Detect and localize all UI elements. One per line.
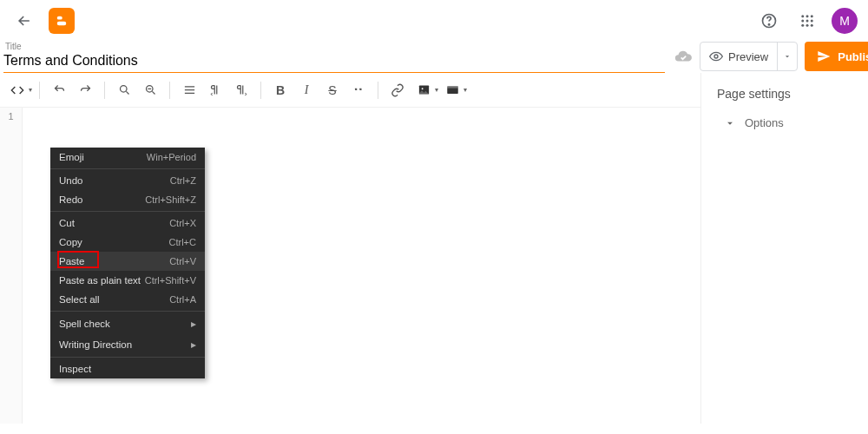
quote-button[interactable] — [346, 78, 371, 102]
preview-button[interactable]: Preview — [700, 43, 778, 70]
bold-button[interactable]: B — [268, 78, 293, 102]
context-menu-label: Cut — [59, 218, 75, 228]
svg-point-12 — [811, 24, 813, 27]
context-menu-item[interactable]: Paste as plain textCtrl+Shift+V — [50, 271, 205, 290]
context-menu-item[interactable]: CutCtrl+X — [50, 214, 205, 233]
align-icon — [183, 83, 196, 96]
image-button[interactable] — [411, 78, 436, 102]
context-menu-shortcut: Ctrl+A — [169, 294, 196, 305]
paragraph-ltr-icon — [209, 83, 222, 96]
svg-point-17 — [421, 88, 423, 89]
zoom-icon — [118, 83, 131, 96]
code-view-button[interactable] — [5, 78, 30, 102]
context-menu-label: Writing Direction — [59, 339, 132, 350]
context-menu-separator — [50, 311, 205, 312]
context-menu-item[interactable]: PasteCtrl+V — [50, 252, 205, 271]
context-menu-item[interactable]: Inspect — [50, 359, 205, 378]
sidebar-title: Page settings — [717, 87, 852, 101]
submenu-arrow-icon: ▸ — [191, 318, 196, 330]
context-menu-label: Copy — [59, 237, 82, 247]
title-input[interactable] — [3, 51, 665, 73]
chevron-down-icon: ▾ — [435, 86, 438, 94]
svg-point-7 — [801, 20, 804, 23]
svg-point-9 — [811, 20, 813, 23]
context-menu-item[interactable]: Select allCtrl+A — [50, 290, 205, 309]
title-label: Title — [3, 42, 665, 51]
svg-rect-19 — [447, 86, 458, 89]
chevron-down-icon — [783, 52, 792, 61]
context-menu-item[interactable]: CopyCtrl+C — [50, 233, 205, 252]
context-menu-item[interactable]: RedoCtrl+Shift+Z — [50, 190, 205, 209]
context-menu-label: Inspect — [59, 364, 91, 374]
zoom-reset-icon — [144, 83, 157, 96]
svg-point-14 — [120, 86, 127, 93]
context-menu-item[interactable]: EmojiWin+Period — [50, 148, 205, 167]
svg-rect-0 — [57, 16, 62, 20]
context-menu-shortcut: Ctrl+X — [169, 218, 196, 228]
video-icon — [446, 83, 459, 96]
context-menu-label: Emoji — [59, 152, 84, 162]
undo-button[interactable] — [47, 78, 71, 102]
align-button[interactable] — [177, 78, 201, 102]
context-menu-label: Redo — [59, 194, 83, 205]
editor-toolbar: ▾ B I S ▾ ▾ — [0, 73, 700, 108]
chevron-down-icon: ▾ — [29, 86, 32, 94]
redo-icon — [79, 83, 92, 96]
chevron-down-icon: ▾ — [464, 86, 467, 94]
blogger-logo — [49, 8, 75, 34]
rtl-button[interactable] — [229, 78, 253, 102]
video-button[interactable] — [440, 78, 464, 102]
zoom-in-button[interactable] — [112, 78, 136, 102]
preview-label: Preview — [728, 50, 768, 63]
undo-icon — [53, 83, 66, 96]
italic-button[interactable]: I — [294, 78, 319, 102]
avatar-letter: M — [839, 14, 850, 28]
submenu-arrow-icon: ▸ — [191, 339, 196, 351]
sidebar-options-toggle[interactable]: Options — [717, 116, 852, 129]
link-button[interactable] — [385, 78, 410, 102]
link-icon — [391, 83, 404, 97]
strike-icon: S — [328, 83, 336, 97]
context-menu-label: Paste — [59, 256, 84, 266]
svg-point-13 — [714, 55, 718, 58]
context-menu-shortcut: Win+Period — [147, 152, 196, 162]
send-icon — [817, 49, 831, 63]
cloud-done-icon — [674, 47, 693, 66]
image-icon — [418, 83, 431, 96]
code-icon — [10, 83, 24, 97]
svg-point-11 — [806, 24, 809, 27]
svg-rect-1 — [57, 22, 67, 26]
eye-icon — [709, 49, 723, 63]
context-menu-shortcut: Ctrl+V — [169, 256, 196, 266]
publish-label: Publish — [838, 50, 868, 63]
context-menu-shortcut: Ctrl+Z — [170, 175, 196, 186]
context-menu: EmojiWin+PeriodUndoCtrl+ZRedoCtrl+Shift+… — [50, 148, 205, 378]
context-menu-item[interactable]: Spell check▸ — [50, 313, 205, 334]
zoom-out-button[interactable] — [138, 78, 162, 102]
blogger-icon — [54, 13, 69, 29]
help-button[interactable] — [755, 7, 783, 35]
paragraph-rtl-icon — [235, 83, 248, 96]
svg-point-6 — [811, 15, 813, 17]
quote-icon — [352, 84, 365, 96]
context-menu-shortcut: Ctrl+C — [169, 237, 196, 247]
context-menu-shortcut: Ctrl+Shift+Z — [145, 194, 196, 205]
sidebar-options-label: Options — [745, 116, 784, 129]
redo-button[interactable] — [73, 78, 97, 102]
publish-button[interactable]: Publish — [805, 42, 868, 71]
strikethrough-button[interactable]: S — [320, 78, 345, 102]
line-gutter: 1 — [0, 108, 23, 424]
back-button[interactable] — [10, 7, 38, 35]
apps-button[interactable] — [793, 7, 821, 35]
preview-dropdown[interactable] — [778, 43, 797, 70]
svg-point-10 — [801, 24, 804, 27]
line-number: 1 — [0, 111, 22, 122]
context-menu-separator — [50, 357, 205, 358]
ltr-button[interactable] — [203, 78, 227, 102]
svg-point-4 — [801, 15, 804, 17]
context-menu-item[interactable]: Writing Direction▸ — [50, 334, 205, 355]
context-menu-label: Select all — [59, 294, 100, 305]
account-avatar[interactable]: M — [832, 8, 858, 34]
context-menu-item[interactable]: UndoCtrl+Z — [50, 171, 205, 190]
apps-grid-icon — [799, 13, 815, 29]
